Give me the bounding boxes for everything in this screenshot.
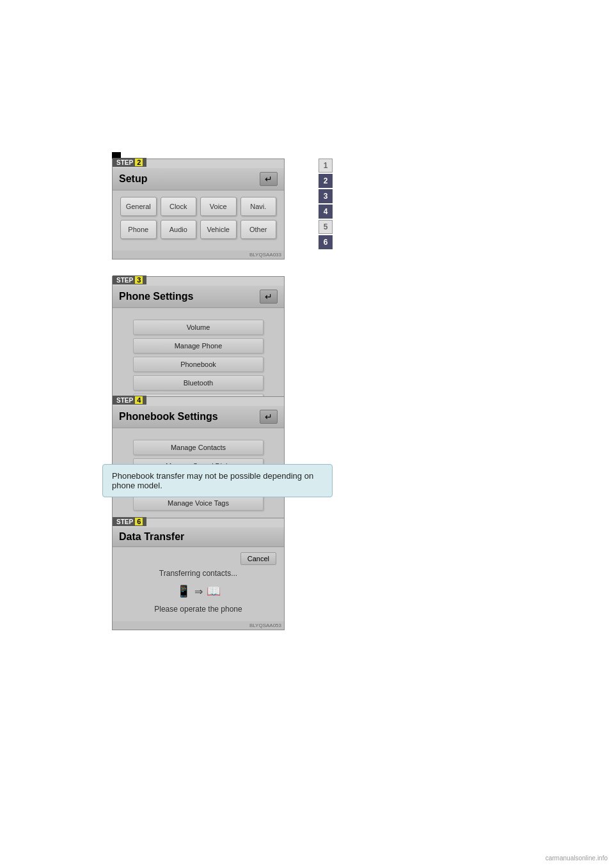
screen-data-transfer: STEP 6 Data Transfer Cancel Transferring… <box>112 518 285 630</box>
bluetooth-button[interactable]: Bluetooth <box>133 375 264 391</box>
nav-num-4: 4 <box>319 205 333 219</box>
screen-setup: STEP 2 Setup ↵ General Clock Voice Navi.… <box>112 159 285 260</box>
phone-back-button[interactable]: ↵ <box>260 290 278 304</box>
transfer-note: Please operate the phone <box>120 605 276 614</box>
step4-label: STEP 4 <box>113 396 146 405</box>
phonebook-button[interactable]: Phonebook <box>133 357 264 372</box>
step2-text: STEP <box>116 159 133 166</box>
setup-grid-row2: Phone Audio Vehicle Other <box>120 220 276 239</box>
phone-header: Phone Settings ↵ <box>113 286 284 308</box>
phone-button[interactable]: Phone <box>120 220 157 239</box>
phonebook-back-button[interactable]: ↵ <box>260 410 278 424</box>
general-button[interactable]: General <box>120 197 157 216</box>
transfer-text: Transferring contacts... <box>120 569 276 578</box>
info-text: Phonebook transfer may not be possible d… <box>112 471 313 490</box>
nav-num-2: 2 <box>319 174 333 188</box>
page: 1 2 3 4 5 6 STEP 2 Setup ↵ General Clock… <box>0 0 614 868</box>
step6-text: STEP <box>116 518 133 525</box>
right-nav: 1 2 3 4 5 6 <box>319 159 333 249</box>
vehicle-button[interactable]: Vehicle <box>200 220 237 239</box>
step2-label: STEP 2 <box>113 158 146 167</box>
cancel-button[interactable]: Cancel <box>240 552 276 565</box>
phonebook-title: Phonebook Settings <box>119 411 218 422</box>
clock-button[interactable]: Clock <box>161 197 197 216</box>
step6-num: 6 <box>135 518 143 525</box>
data-code: BLYQSAA053 <box>113 621 284 630</box>
setup-header: Setup ↵ <box>113 168 284 190</box>
step3-text: STEP <box>116 277 133 284</box>
nav-num-6: 6 <box>319 235 333 249</box>
step4-text: STEP <box>116 397 133 404</box>
setup-title: Setup <box>119 173 147 185</box>
other-button[interactable]: Other <box>240 220 277 239</box>
setup-code: BLYQSAA033 <box>113 251 284 259</box>
arrow-icon: ⇒ <box>194 585 203 598</box>
phone-icon: 📱 <box>177 584 191 598</box>
data-title: Data Transfer <box>119 531 184 543</box>
book-icon: 📖 <box>207 584 221 598</box>
setup-back-button[interactable]: ↵ <box>260 172 278 186</box>
voice-button[interactable]: Voice <box>200 197 237 216</box>
phone-title: Phone Settings <box>119 291 193 302</box>
step3-label: STEP 3 <box>113 275 146 284</box>
watermark: carmanualsonline.info <box>546 855 608 862</box>
nav-num-3: 3 <box>319 189 333 203</box>
step6-label: STEP 6 <box>113 517 146 526</box>
setup-body: General Clock Voice Navi. Phone Audio Ve… <box>113 190 284 251</box>
data-header: Data Transfer <box>113 527 284 547</box>
manage-voice-tags-button[interactable]: Manage Voice Tags <box>133 495 264 511</box>
info-box: Phonebook transfer may not be possible d… <box>102 464 333 497</box>
volume-button[interactable]: Volume <box>133 320 264 335</box>
step4-num: 4 <box>135 396 143 404</box>
transfer-body: Cancel Transferring contacts... 📱 ⇒ 📖 Pl… <box>113 547 284 621</box>
transfer-icons: 📱 ⇒ 📖 <box>120 584 276 598</box>
audio-button[interactable]: Audio <box>161 220 197 239</box>
setup-grid-row1: General Clock Voice Navi. <box>120 197 276 216</box>
step2-num: 2 <box>135 159 143 166</box>
manage-phone-button[interactable]: Manage Phone <box>133 338 264 353</box>
step3-num: 3 <box>135 276 143 284</box>
transfer-header-row: Cancel <box>120 552 276 565</box>
nav-num-5: 5 <box>319 220 333 234</box>
nav-num-1: 1 <box>319 159 333 173</box>
manage-contacts-button[interactable]: Manage Contacts <box>133 440 264 455</box>
navi-button[interactable]: Navi. <box>240 197 277 216</box>
phonebook-header: Phonebook Settings ↵ <box>113 406 284 428</box>
